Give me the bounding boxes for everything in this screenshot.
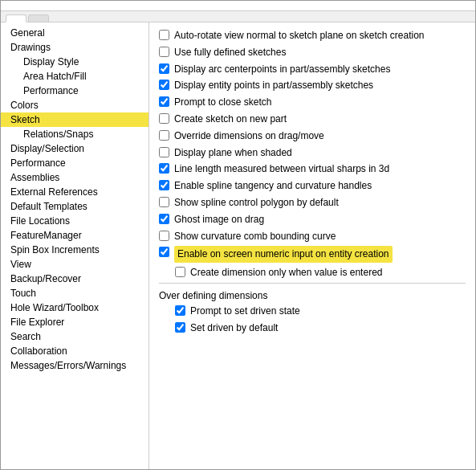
checkbox-row-13: Enable on screen numeric input on entity… bbox=[159, 246, 466, 263]
sidebar-item-performance[interactable]: Performance bbox=[1, 84, 148, 98]
checkbox-1[interactable] bbox=[159, 47, 169, 57]
checkbox-row-6: Override dimensions on drag/move bbox=[159, 129, 466, 143]
checkbox-row-9: Enable spline tangency and curvature han… bbox=[159, 179, 466, 193]
sidebar-item-file-locations[interactable]: File Locations bbox=[1, 214, 148, 228]
title-bar bbox=[1, 1, 475, 11]
checkbox-label-14: Create dimension only when value is ente… bbox=[190, 266, 382, 280]
over-defining-checkbox-0[interactable] bbox=[175, 305, 185, 316]
sidebar-item-area-hatch-fill[interactable]: Area Hatch/Fill bbox=[1, 69, 148, 84]
sidebar-item-display-selection[interactable]: Display/Selection bbox=[1, 141, 148, 156]
checkbox-row-1: Use fully defined sketches bbox=[159, 46, 466, 59]
checkbox-row-4: Prompt to close sketch bbox=[159, 96, 466, 109]
sidebar-item-featuremanager[interactable]: FeatureManager bbox=[1, 228, 148, 243]
sidebar-item-drawings[interactable]: Drawings bbox=[1, 40, 148, 55]
checkbox-label-8: Line length measured between virtual sha… bbox=[174, 162, 389, 176]
checkbox-label-6: Override dimensions on drag/move bbox=[174, 129, 324, 143]
sidebar-item-colors[interactable]: Colors bbox=[1, 98, 148, 112]
over-defining-row-1: Set driven by default bbox=[159, 321, 466, 335]
checkbox-label-3: Display entity points in part/assembly s… bbox=[174, 79, 373, 92]
checkbox-row-3: Display entity points in part/assembly s… bbox=[159, 79, 466, 92]
checkbox-label-9: Enable spline tangency and curvature han… bbox=[174, 179, 372, 193]
checkbox-label-12: Show curvature comb bounding curve bbox=[174, 230, 336, 243]
over-defining-row-0: Prompt to set driven state bbox=[159, 304, 466, 318]
sidebar-item-hole-wizard-toolbox[interactable]: Hole Wizard/Toolbox bbox=[1, 300, 148, 315]
checkbox-9[interactable] bbox=[159, 180, 169, 190]
over-defining-checkbox-1[interactable] bbox=[175, 322, 185, 333]
checkbox-5[interactable] bbox=[159, 113, 169, 124]
tab-system-options[interactable] bbox=[6, 14, 26, 22]
sidebar-item-default-templates[interactable]: Default Templates bbox=[1, 199, 148, 214]
sidebar-item-display-style[interactable]: Display Style bbox=[1, 55, 148, 69]
content-area: GeneralDrawingsDisplay StyleArea Hatch/F… bbox=[1, 22, 475, 469]
checkbox-label-11: Ghost image on drag bbox=[174, 213, 264, 227]
checkbox-11[interactable] bbox=[159, 214, 169, 224]
checkbox-label-7: Display plane when shaded bbox=[174, 146, 292, 160]
checkbox-row-0: Auto-rotate view normal to sketch plane … bbox=[159, 29, 466, 43]
checkbox-8[interactable] bbox=[159, 163, 169, 174]
sidebar-item-backup-recover[interactable]: Backup/Recover bbox=[1, 272, 148, 286]
checkbox-row-10: Show spline control polygon by default bbox=[159, 196, 466, 210]
checkbox-row-11: Ghost image on drag bbox=[159, 213, 466, 227]
tabs-bar bbox=[1, 11, 475, 22]
over-defining-label-1: Set driven by default bbox=[190, 321, 278, 335]
checkbox-row-14: Create dimension only when value is ente… bbox=[159, 266, 466, 280]
sidebar-item-assemblies[interactable]: Assemblies bbox=[1, 170, 148, 185]
sidebar-item-messages-errors-warnings[interactable]: Messages/Errors/Warnings bbox=[1, 358, 148, 373]
checkbox-label-5: Create sketch on new part bbox=[174, 112, 287, 126]
sidebar: GeneralDrawingsDisplay StyleArea Hatch/F… bbox=[1, 22, 149, 469]
sidebar-item-search[interactable]: Search bbox=[1, 329, 148, 344]
checkbox-6[interactable] bbox=[159, 130, 169, 141]
checkbox-label-2: Display arc centerpoints in part/assembl… bbox=[174, 63, 390, 76]
checkbox-7[interactable] bbox=[159, 147, 169, 157]
checkbox-row-2: Display arc centerpoints in part/assembl… bbox=[159, 63, 466, 76]
checkbox-2[interactable] bbox=[159, 63, 169, 74]
sidebar-item-relations-snaps[interactable]: Relations/Snaps bbox=[1, 127, 148, 141]
sidebar-item-collaboration[interactable]: Collaboration bbox=[1, 344, 148, 358]
checkbox-3[interactable] bbox=[159, 80, 169, 90]
checkbox-row-8: Line length measured between virtual sha… bbox=[159, 162, 466, 176]
over-defining-title: Over defining dimensions bbox=[159, 290, 466, 301]
sidebar-item-performance[interactable]: Performance bbox=[1, 156, 148, 170]
checkbox-label-1: Use fully defined sketches bbox=[174, 46, 286, 59]
checkbox-label-0: Auto-rotate view normal to sketch plane … bbox=[174, 29, 425, 43]
sidebar-item-general[interactable]: General bbox=[1, 26, 148, 40]
checkbox-label-13: Enable on screen numeric input on entity… bbox=[174, 246, 393, 263]
checkbox-12[interactable] bbox=[159, 231, 169, 241]
sidebar-item-sketch[interactable]: Sketch bbox=[1, 112, 148, 127]
main-panel: Auto-rotate view normal to sketch plane … bbox=[149, 22, 475, 469]
checkbox-13[interactable] bbox=[159, 247, 169, 257]
checkbox-label-10: Show spline control polygon by default bbox=[174, 196, 339, 210]
over-defining-label-0: Prompt to set driven state bbox=[190, 304, 300, 318]
checkbox-row-5: Create sketch on new part bbox=[159, 112, 466, 126]
sidebar-item-touch[interactable]: Touch bbox=[1, 286, 148, 300]
sidebar-item-file-explorer[interactable]: File Explorer bbox=[1, 315, 148, 329]
checkbox-label-4: Prompt to close sketch bbox=[174, 96, 271, 109]
sidebar-item-spin-box-increments[interactable]: Spin Box Increments bbox=[1, 243, 148, 257]
checkbox-10[interactable] bbox=[159, 197, 169, 207]
window: GeneralDrawingsDisplay StyleArea Hatch/F… bbox=[0, 0, 476, 470]
checkbox-4[interactable] bbox=[159, 96, 169, 107]
sidebar-item-external-references[interactable]: External References bbox=[1, 185, 148, 199]
tab-document-properties[interactable] bbox=[28, 14, 49, 22]
checkbox-row-12: Show curvature comb bounding curve bbox=[159, 230, 466, 243]
checkbox-0[interactable] bbox=[159, 30, 169, 40]
checkbox-14[interactable] bbox=[175, 267, 185, 277]
checkbox-row-7: Display plane when shaded bbox=[159, 146, 466, 160]
sidebar-item-view[interactable]: View bbox=[1, 257, 148, 272]
